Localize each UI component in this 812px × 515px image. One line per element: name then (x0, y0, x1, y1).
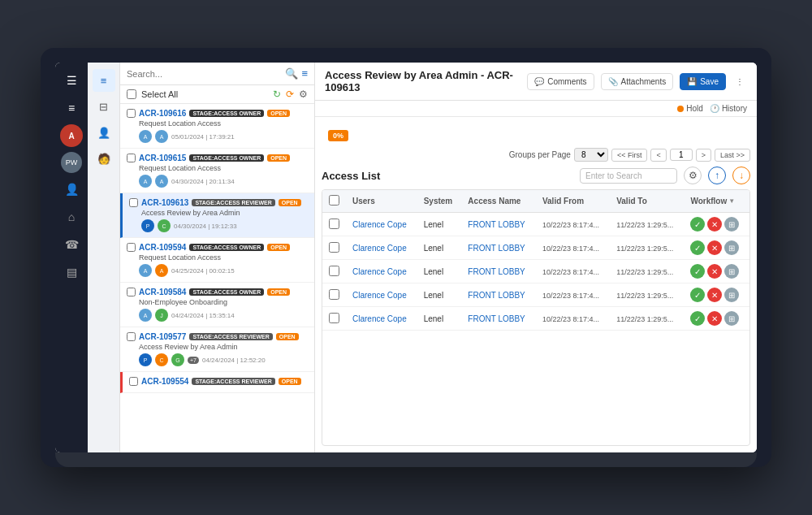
more-button[interactable]: ⊞ (724, 240, 739, 255)
pagination-bar: Groups per Page 8 16 24 << First < > Las… (322, 148, 750, 162)
select-all-bar: Select All ↻ ⟳ ⚙ (120, 85, 314, 104)
user-link[interactable]: Clarence Cope (352, 244, 407, 253)
last-page-button[interactable]: Last >> (715, 149, 750, 162)
nav-person2-icon[interactable]: 🧑 (93, 147, 115, 170)
item-checkbox[interactable] (127, 109, 136, 118)
comments-button[interactable]: 💬 Comments (527, 73, 594, 90)
item-checkbox[interactable] (129, 198, 138, 207)
table-row: Clarence Cope Lenel FRONT LOBBY 10/22/23… (322, 307, 749, 331)
stage-badge: STAGE:ACCESS REVIEWER (192, 199, 274, 206)
row-checkbox[interactable] (329, 219, 339, 229)
hold-button[interactable]: Hold (677, 104, 703, 113)
sub-header: Hold 🕐 History (315, 101, 757, 117)
row-checkbox[interactable] (329, 266, 339, 276)
more-button[interactable]: ⊞ (724, 217, 739, 232)
approve-button[interactable]: ✓ (690, 311, 705, 326)
more-button[interactable]: ⊞ (724, 311, 739, 326)
person-icon[interactable]: 👤 (60, 178, 83, 201)
nav-person-icon[interactable]: 👤 (93, 121, 115, 144)
assignee1-avatar: A (139, 130, 152, 143)
row-checkbox[interactable] (329, 289, 339, 300)
reload-icon[interactable]: ⟳ (286, 89, 294, 100)
item-checkbox[interactable] (127, 288, 136, 296)
first-page-button[interactable]: << First (611, 149, 648, 162)
item-checkbox[interactable] (127, 154, 136, 162)
list-settings-icon[interactable]: ⚙ (299, 89, 308, 100)
row-checkbox[interactable] (329, 313, 339, 323)
user-link[interactable]: Clarence Cope (352, 314, 407, 323)
filter-icon[interactable]: ≡ (301, 67, 308, 80)
valid-from: 10/22/23 8:17:4... (542, 245, 599, 253)
upload-icon[interactable]: ↑ (708, 167, 726, 184)
user-link[interactable]: Clarence Cope (352, 220, 407, 229)
search-input[interactable] (127, 69, 282, 79)
save-icon: 💾 (687, 77, 697, 86)
attachment-icon: 📎 (608, 77, 618, 86)
next-page-button[interactable]: > (696, 149, 711, 162)
more-options-button[interactable]: ⋮ (732, 76, 747, 88)
stage-badge: STAGE:ACCESS OWNER (189, 288, 264, 296)
download-icon[interactable]: ↓ (732, 167, 750, 184)
list-item[interactable]: ACR-109554 STAGE:ACCESS REVIEWER OPEN (120, 372, 314, 393)
attachments-label: Attachments (621, 77, 667, 86)
user-link[interactable]: Clarence Cope (352, 267, 407, 276)
col-workflow: Workflow ▼ (684, 190, 749, 213)
list-item[interactable]: ACR-109594 STAGE:ACCESS OWNER OPEN Reque… (120, 238, 314, 283)
reject-button[interactable]: ✕ (707, 240, 722, 255)
table-select-all[interactable] (329, 195, 339, 206)
access-list-title: Access List (322, 170, 573, 182)
item-checkbox[interactable] (127, 243, 136, 252)
approve-button[interactable]: ✓ (690, 217, 705, 232)
user-avatar[interactable]: PW (61, 152, 82, 173)
item-date: 04/24/2024 | 15:35:14 (171, 312, 235, 319)
list-item[interactable]: ACR-109615 STAGE:ACCESS OWNER OPEN Reque… (120, 149, 314, 193)
item-checkbox[interactable] (127, 332, 136, 341)
access-search-box[interactable]: Enter to Search (580, 168, 677, 184)
reject-button[interactable]: ✕ (707, 264, 722, 279)
home-icon[interactable]: ⌂ (60, 206, 83, 228)
reject-button[interactable]: ✕ (707, 217, 722, 232)
more-button[interactable]: ⊞ (724, 288, 739, 302)
search-icon[interactable]: 🔍 (285, 67, 298, 80)
row-checkbox[interactable] (329, 242, 339, 253)
item-id: ACR-109584 (139, 288, 186, 296)
nav-list-icon[interactable]: ≡ (93, 69, 115, 92)
laptop-screen: ☰ ≡ A PW 👤 ⌂ ☎ ▤ ≡ ⊟ 👤 🧑 🔍 ≡ Select (55, 63, 757, 452)
action-buttons: ✓ ✕ ⊞ (690, 264, 743, 279)
save-button[interactable]: 💾 Save (680, 73, 726, 90)
list-item-selected[interactable]: ACR-109613 STAGE:ACCESS REVIEWER OPEN Ac… (120, 193, 314, 238)
history-label: History (722, 104, 747, 113)
comments-label: Comments (547, 77, 586, 86)
table-row: Clarence Cope Lenel FRONT LOBBY 10/22/23… (322, 260, 749, 283)
user-link[interactable]: Clarence Cope (352, 291, 407, 300)
list-item[interactable]: ACR-109616 STAGE:ACCESS OWNER OPEN Reque… (120, 104, 314, 149)
approve-button[interactable]: ✓ (690, 288, 705, 302)
item-checkbox[interactable] (129, 377, 138, 386)
approve-button[interactable]: ✓ (690, 240, 705, 255)
item-id: ACR-109616 (139, 109, 186, 118)
item-id: ACR-109554 (141, 377, 188, 386)
contact-icon[interactable]: ☎ (60, 233, 83, 256)
nav-layers-icon[interactable]: ⊟ (93, 95, 115, 118)
approve-button[interactable]: ✓ (690, 264, 705, 279)
reject-button[interactable]: ✕ (707, 311, 722, 326)
doc-icon[interactable]: ▤ (60, 261, 83, 283)
page-number-input[interactable] (670, 149, 693, 161)
history-button[interactable]: 🕐 History (710, 104, 747, 113)
nav-sidebar: ≡ ⊟ 👤 🧑 (88, 63, 120, 452)
history-icon: 🕐 (710, 104, 719, 113)
list-item[interactable]: ACR-109584 STAGE:ACCESS OWNER OPEN Non-E… (120, 283, 314, 327)
status-badge: OPEN (276, 333, 299, 340)
more-button[interactable]: ⊞ (724, 264, 739, 279)
access-name: FRONT LOBBY (468, 291, 525, 300)
attachments-button[interactable]: 📎 Attachments (601, 73, 674, 90)
list-item[interactable]: ACR-109577 STAGE:ACCESS REVIEWER OPEN Ac… (120, 327, 314, 372)
select-all-checkbox[interactable] (127, 89, 136, 99)
list-icon[interactable]: ≡ (60, 97, 83, 119)
access-settings-icon[interactable]: ⚙ (684, 167, 702, 184)
refresh-icon[interactable]: ↻ (273, 89, 281, 100)
menu-icon[interactable]: ☰ (60, 69, 83, 92)
per-page-select[interactable]: 8 16 24 (574, 148, 608, 162)
reject-button[interactable]: ✕ (707, 288, 722, 302)
prev-page-button[interactable]: < (650, 149, 666, 162)
